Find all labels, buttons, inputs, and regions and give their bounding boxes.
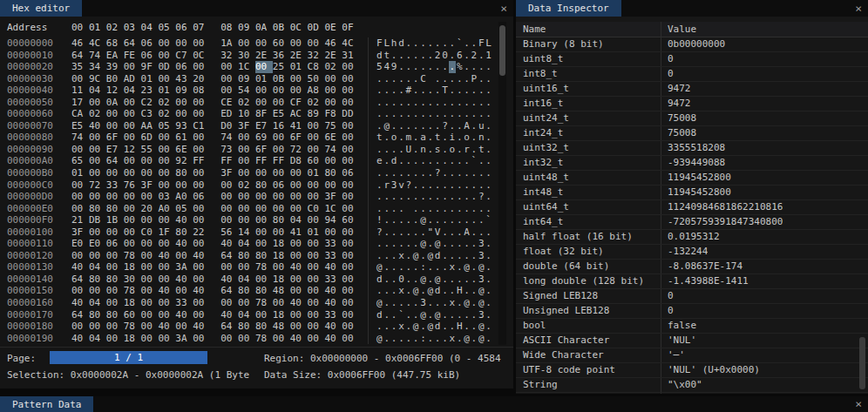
hex-byte[interactable]: 80 (106, 274, 124, 286)
hex-byte[interactable]: 00 (290, 167, 308, 179)
ascii-char[interactable]: . (471, 84, 478, 97)
ascii-char[interactable]: . (390, 285, 397, 297)
ascii-char[interactable]: ` (471, 155, 478, 167)
hex-byte[interactable]: 20 (193, 73, 210, 85)
ascii-char[interactable]: . (471, 120, 478, 132)
hex-byte[interactable]: 33 (106, 179, 124, 192)
ascii-char[interactable]: . (427, 309, 434, 321)
hex-byte[interactable]: 00 (158, 50, 175, 62)
hex-byte[interactable]: CE (220, 97, 238, 109)
ascii-char[interactable]: . (456, 191, 463, 203)
inspector-row[interactable]: double (64 bit)-8.08637E-174 (516, 260, 868, 274)
ascii-char[interactable]: . (456, 120, 463, 132)
ascii-char[interactable]: . (412, 238, 419, 250)
ascii-char[interactable]: . (390, 167, 397, 179)
hex-byte[interactable]: 01 (158, 84, 175, 97)
hex-byte[interactable]: 00 (193, 37, 210, 50)
ascii-char[interactable]: . (397, 203, 404, 215)
hex-byte[interactable]: 00 (342, 226, 359, 239)
hex-byte[interactable]: 01 (308, 167, 325, 179)
ascii-char[interactable]: . (383, 226, 390, 239)
ascii-char[interactable]: . (434, 37, 441, 50)
hex-byte[interactable]: 04 (238, 274, 255, 286)
ascii-char[interactable]: . (463, 155, 470, 167)
hex-byte[interactable]: 00 (141, 297, 159, 309)
ascii-char[interactable]: . (397, 155, 404, 167)
ascii-char[interactable]: @ (427, 250, 434, 262)
ascii-char[interactable]: . (434, 179, 441, 192)
ascii-char[interactable]: . (441, 144, 448, 156)
ascii-char[interactable]: . (397, 84, 404, 97)
hex-byte[interactable]: 00 (141, 250, 159, 262)
ascii-char[interactable]: . (471, 214, 478, 226)
hex-byte[interactable]: 40 (324, 321, 342, 333)
hex-byte[interactable]: 11 (71, 84, 89, 97)
ascii-char[interactable]: . (397, 333, 404, 345)
hex-byte[interactable]: 1F (158, 226, 175, 239)
hex-byte[interactable]: 04 (124, 84, 141, 97)
hex-byte[interactable]: 00 (255, 61, 273, 73)
ascii-char[interactable]: x (397, 285, 404, 297)
ascii-char[interactable]: x (449, 333, 456, 345)
hex-byte[interactable]: FF (193, 155, 210, 167)
ascii-char[interactable]: . (405, 321, 412, 333)
ascii-char[interactable]: . (397, 73, 404, 85)
ascii-char[interactable]: . (471, 144, 478, 156)
hex-byte[interactable]: 00 (255, 37, 273, 50)
hex-byte[interactable]: 04 (89, 297, 106, 309)
ascii-char[interactable]: . (419, 108, 426, 120)
hex-byte[interactable]: E5 (273, 108, 290, 120)
ascii-char[interactable]: . (419, 321, 426, 333)
ascii-char[interactable]: . (397, 108, 404, 120)
ascii-char[interactable]: . (478, 84, 485, 97)
hex-byte[interactable]: 00 (342, 97, 359, 109)
hex-byte[interactable]: 40 (89, 120, 106, 132)
hex-byte[interactable]: 00 (193, 309, 210, 321)
inspector-row[interactable]: UTF-8 code point'NUL' (U+0x0000) (516, 363, 868, 378)
hex-byte[interactable]: 00 (255, 274, 273, 286)
ascii-char[interactable]: @ (463, 333, 470, 345)
hex-byte[interactable]: 00 (255, 97, 273, 109)
ascii-char[interactable]: . (456, 132, 463, 144)
hex-byte[interactable]: 12 (106, 84, 124, 97)
ascii-char[interactable]: . (390, 309, 397, 321)
ascii-char[interactable]: @ (383, 120, 390, 132)
ascii-char[interactable]: . (383, 73, 390, 85)
hex-byte[interactable]: 00 (124, 203, 141, 215)
hex-byte[interactable]: 00 (342, 285, 359, 297)
hex-byte[interactable]: C7 (175, 50, 193, 62)
hex-byte[interactable]: 40 (324, 297, 342, 309)
ascii-char[interactable]: . (478, 97, 485, 109)
hex-byte[interactable]: 40 (193, 321, 210, 333)
hex-byte[interactable]: 00 (342, 132, 359, 144)
hex-byte[interactable]: 34 (89, 61, 106, 73)
hex-byte[interactable]: 00 (290, 238, 308, 250)
inspector-row[interactable]: uint64_t11240984681862210816 (516, 200, 868, 215)
hex-byte[interactable]: 48 (273, 285, 290, 297)
ascii-char[interactable]: . (471, 132, 478, 144)
ascii-char[interactable]: . (478, 155, 485, 167)
ascii-char[interactable]: @ (412, 250, 419, 262)
inspector-row[interactable]: int64_t-7205759391847340800 (516, 215, 868, 230)
hex-byte[interactable]: 04 (290, 214, 308, 226)
ascii-char[interactable]: ` (397, 309, 404, 321)
hex-byte[interactable]: 00 (290, 203, 308, 215)
hex-byte[interactable]: 00 (158, 155, 175, 167)
hex-byte[interactable]: 00 (290, 285, 308, 297)
hex-byte[interactable]: 00 (193, 132, 210, 144)
hex-byte[interactable]: 80 (324, 167, 342, 179)
ascii-char[interactable]: . (427, 37, 434, 50)
hex-byte[interactable]: 12 (124, 144, 141, 156)
hex-byte[interactable]: 18 (273, 250, 290, 262)
hex-byte[interactable]: 00 (255, 309, 273, 321)
ascii-char[interactable]: . (485, 203, 492, 215)
inspector-row[interactable]: int24_t75008 (516, 126, 868, 141)
ascii-char[interactable]: . (471, 333, 478, 345)
ascii-char[interactable]: . (441, 132, 448, 144)
ascii-char[interactable]: . (397, 144, 404, 156)
hex-byte[interactable]: 00 (175, 179, 193, 192)
ascii-char[interactable]: . (397, 261, 404, 274)
ascii-char[interactable]: . (383, 333, 390, 345)
hex-byte[interactable]: 00 (71, 191, 89, 203)
ascii-char[interactable]: . (405, 108, 412, 120)
